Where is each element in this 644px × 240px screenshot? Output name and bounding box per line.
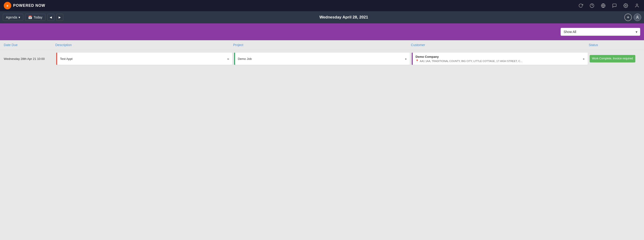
col-customer: Customer (411, 43, 589, 47)
account-icon[interactable] (634, 2, 640, 9)
logo-icon: e (4, 2, 11, 9)
row-date: Wednesday 28th Apr 21 10:00 (4, 52, 55, 66)
customer-info: Demo Company 📍 AA1 1AA, TRADITIONAL COUN… (416, 55, 522, 62)
toolbar-date-title: Wednesday April 28, 2021 (65, 15, 622, 20)
customer-address-text: AA1 1AA, TRADITIONAL COUNTY, BIG CITY, L… (420, 60, 522, 62)
svg-point-4 (625, 5, 626, 6)
dropdown-arrow-icon: ▾ (18, 15, 20, 19)
user-button[interactable] (634, 13, 641, 21)
refresh-icon[interactable] (578, 2, 584, 9)
table-row: Wednesday 28th Apr 21 10:00 Test Appt ▶ … (4, 52, 640, 66)
column-headers: Date Due Description Project Customer St… (0, 40, 644, 50)
project-arrow-icon: ▶ (405, 58, 407, 60)
next-button[interactable]: ▶ (56, 14, 63, 21)
description-card[interactable]: Test Appt ▶ (56, 53, 232, 65)
show-all-wrapper: Show All My Items Unassigned (560, 28, 640, 36)
toolbar-right: + (624, 13, 641, 21)
svg-point-5 (636, 4, 638, 6)
today-button[interactable]: 📅 Today (25, 14, 45, 21)
customer-address: 📍 AA1 1AA, TRADITIONAL COUNTY, BIG CITY,… (416, 59, 522, 62)
logo-area: e POWERED NOW (4, 2, 45, 9)
calendar-icon: 📅 (28, 15, 32, 19)
nav-icons (578, 2, 640, 9)
col-description: Description (55, 43, 233, 47)
show-all-select[interactable]: Show All My Items Unassigned (560, 28, 640, 36)
prev-button[interactable]: ◀ (47, 14, 54, 21)
filter-bar: Show All My Items Unassigned (0, 23, 644, 40)
description-cell: Test Appt ▶ (55, 52, 233, 66)
customer-cell: Demo Company 📍 AA1 1AA, TRADITIONAL COUN… (411, 52, 589, 66)
col-date-due: Date Due (4, 43, 55, 47)
top-navigation: e POWERED NOW (0, 0, 644, 11)
project-cell: Demo Job ▶ (233, 52, 411, 66)
col-project: Project (233, 43, 411, 47)
col-status: Status (589, 43, 640, 47)
project-text: Demo Job (238, 57, 252, 61)
status-cell: Work Complete, Invoice required (589, 52, 640, 66)
content-area: Wednesday 28th Apr 21 10:00 Test Appt ▶ … (0, 50, 644, 167)
toolbar: Agenda ▾ 📅 Today ◀ ▶ Wednesday April 28,… (0, 11, 644, 23)
chat-icon[interactable] (611, 2, 618, 9)
add-button[interactable]: + (624, 13, 632, 21)
pin-icon: 📍 (416, 59, 419, 62)
svg-point-6 (637, 16, 638, 17)
status-badge: Work Complete, Invoice required (590, 55, 635, 62)
description-arrow-icon: ▶ (228, 58, 230, 60)
customer-name: Demo Company (416, 55, 522, 58)
help-icon[interactable] (589, 2, 595, 9)
customer-arrow-icon: ▶ (583, 58, 585, 60)
settings-icon[interactable] (622, 2, 629, 9)
app-name: POWERED NOW (13, 3, 45, 8)
project-card[interactable]: Demo Job ▶ (234, 53, 410, 65)
description-text: Test Appt (60, 57, 72, 61)
agenda-dropdown-button[interactable]: Agenda ▾ (3, 14, 23, 21)
toolbar-left: Agenda ▾ 📅 Today ◀ ▶ (3, 14, 63, 21)
customer-card[interactable]: Demo Company 📍 AA1 1AA, TRADITIONAL COUN… (412, 53, 588, 65)
globe-icon[interactable] (600, 2, 606, 9)
